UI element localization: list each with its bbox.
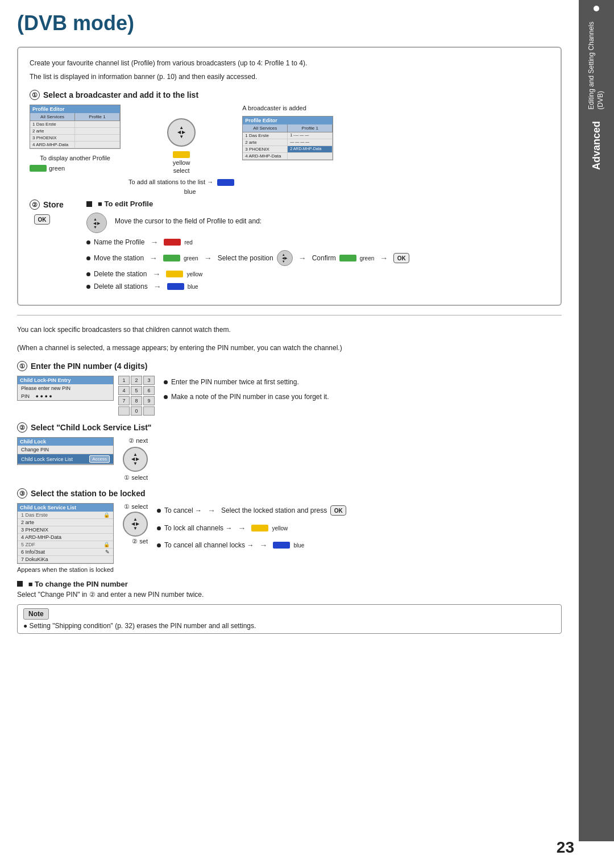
arrow-2: → xyxy=(150,254,157,263)
num-0[interactable]: 0 xyxy=(131,406,142,416)
num-3[interactable]: 3 xyxy=(143,376,155,385)
blue-button-delete-all xyxy=(167,283,184,290)
lock-step2-label: Select "Child Lock Service List" xyxy=(31,423,151,432)
pe2-row4-profile xyxy=(288,153,333,159)
green-button-display xyxy=(30,165,47,172)
sl-row-2[interactable]: 2 arte xyxy=(18,519,113,526)
pe-row-1: 1 Das Erste xyxy=(30,121,120,128)
nav-circle-step1[interactable]: ▲◀ ▶▼ xyxy=(167,118,196,147)
num-2[interactable]: 2 xyxy=(131,376,142,385)
lock-step2-nav: ② next ▲◀ ▶▼ ① select xyxy=(123,437,148,481)
pe-row4-num: 4 ARD-MHP-Data xyxy=(30,142,75,148)
lock-step1-label: Enter the PIN number (4 digits) xyxy=(31,362,147,371)
ok-button-store[interactable]: OK xyxy=(34,214,75,225)
small-nav-circle[interactable]: ▲◀ ▶▼ xyxy=(86,213,107,233)
num-8[interactable]: 8 xyxy=(131,396,142,405)
arrow-4: → xyxy=(298,254,306,263)
small-nav-2[interactable]: ▲◀▶▼ xyxy=(277,250,293,266)
sl-row-4[interactable]: 4 ARD-MHP-Data xyxy=(18,534,113,541)
green-button-move xyxy=(163,255,180,261)
red-button-name xyxy=(164,239,181,246)
pe-row2-num: 2 arte xyxy=(30,128,75,134)
ok-cancel: OK xyxy=(330,505,346,516)
pe2-row2-profile: — — — — xyxy=(288,139,333,146)
ok-icon: OK xyxy=(34,214,50,225)
access-label: Access xyxy=(89,455,110,463)
sl-row-3[interactable]: 3 PHOENIX xyxy=(18,526,113,534)
pe-row-3: 3 PHOENIX xyxy=(30,135,120,142)
step2-header: ② Store xyxy=(30,200,75,210)
edit-item-name: Name the Profile → red xyxy=(86,238,549,247)
arrow-lock-all: → xyxy=(238,524,246,533)
child-lock-row-1[interactable]: Change PIN xyxy=(18,446,113,454)
sidebar-advanced-text: Advanced xyxy=(591,121,603,170)
sl-row-1[interactable]: 1 Das Erste 🔒 xyxy=(18,512,113,519)
yellow-label-delete: yellow xyxy=(186,271,202,277)
page-wrapper: Editing and Setting Channels(DVB) Advanc… xyxy=(0,0,614,868)
lock-intro-2: (When a channel is selected, a message a… xyxy=(17,343,562,353)
step2-left: ② Store OK xyxy=(30,200,75,225)
pe-row3-num: 3 PHOENIX xyxy=(30,135,75,141)
right-sidebar: Editing and Setting Channels(DVB) Advanc… xyxy=(579,0,614,841)
lock-bullet-2-text: Make a note of the PIN number in case yo… xyxy=(171,393,329,401)
sl-row-5[interactable]: 5 ZDF 🔒 xyxy=(18,541,113,549)
sl-2-name: 2 arte xyxy=(21,520,34,525)
lock3-bullet-3: To cancel all channel locks → → blue xyxy=(157,541,346,550)
pe2-row-4: 4 ARD-MHP-Data xyxy=(243,153,333,160)
lock-step3-header: ③ Select the station to be locked xyxy=(17,488,562,499)
page-title: (DVB mode) xyxy=(17,11,562,35)
lock3-bullet-dot-2 xyxy=(157,526,161,530)
pe-row2-profile xyxy=(75,128,120,134)
num-4[interactable]: 4 xyxy=(118,386,130,395)
num-1[interactable]: 1 xyxy=(118,376,130,385)
pe2-row-1: 1 Das Erste 1 ---- — — xyxy=(243,132,333,139)
sl-row-6[interactable]: 6 Info/3sat ✎ xyxy=(18,549,113,556)
green-button-confirm xyxy=(339,255,356,261)
child-lock-row-2[interactable]: Child Lock Service List Access xyxy=(18,454,113,464)
cancel-desc: Select the locked station and press xyxy=(221,506,327,514)
main-content: (DVB mode) Create your favourite channel… xyxy=(0,0,579,645)
pe2-row3-name: 3 PHOENIX xyxy=(243,146,288,152)
sl-3-name: 3 PHOENIX xyxy=(21,527,48,533)
lock-step1-num: ① xyxy=(17,361,27,371)
step3-set-label: ② set xyxy=(132,538,148,545)
select-position-text: Select the position xyxy=(218,254,273,262)
black-square-icon xyxy=(86,201,92,207)
service-list-title: Child Lock Service List xyxy=(18,504,113,512)
num-5[interactable]: 5 xyxy=(131,386,142,395)
lock-icon-1: 🔒 xyxy=(103,512,110,518)
page-number: 23 xyxy=(557,838,574,857)
col2-header: Profile 1 xyxy=(75,113,120,121)
sl-5-name: 5 ZDF xyxy=(21,542,35,547)
blue-label-cancel-all: blue xyxy=(293,542,304,549)
select-label-1: select xyxy=(173,167,190,174)
nav-circle-step3[interactable]: ▲◀ ▶▼ xyxy=(123,512,148,537)
edit-item-delete: Delete the station → yellow xyxy=(86,269,549,279)
num-6[interactable]: 6 xyxy=(143,386,155,395)
lock-step3-label: Select the station to be locked xyxy=(31,489,146,498)
to-cancel-all-text: To cancel all channel locks → xyxy=(164,541,254,549)
child-lock-box: Child Lock Change PIN Child Lock Service… xyxy=(17,437,114,465)
sl-row-7[interactable]: 7 DokuKiKa xyxy=(18,556,113,563)
cursor-desc: Move the cursor to the field of Profile … xyxy=(115,217,262,225)
num-9[interactable]: 9 xyxy=(143,396,155,405)
lock-step2-row: Child Lock Change PIN Child Lock Service… xyxy=(17,437,562,481)
main-box: Create your favourite channel list (Prof… xyxy=(17,47,562,306)
profile-editor-2: Profile Editor All Services Profile 1 1 … xyxy=(242,116,333,160)
pin-label: PIN ● ● ● ● xyxy=(18,392,113,400)
lock-step1-bullets: Enter the PIN number twice at first sett… xyxy=(164,378,329,404)
profile-editor-title-2: Profile Editor xyxy=(243,117,333,124)
col1-header: All Services xyxy=(30,113,75,121)
blue-button-cancel-all xyxy=(273,542,290,549)
ok-move: OK xyxy=(393,253,409,263)
num-empty1 xyxy=(118,406,130,416)
lock-bullet-1-text: Enter the PIN number twice at first sett… xyxy=(171,378,299,386)
lock3-bullet-dot-1 xyxy=(157,509,161,513)
note-box: Note ● Setting "Shipping condition" (p. … xyxy=(17,604,562,634)
num-7[interactable]: 7 xyxy=(118,396,130,405)
pe2-row-2: 2 arte — — — — xyxy=(243,139,333,146)
nav-circle-step2[interactable]: ▲◀ ▶▼ xyxy=(123,447,148,472)
note-title: Note xyxy=(23,608,49,620)
step1-middle: ▲◀ ▶▼ yellow select To add all stations … xyxy=(128,105,234,195)
black-square-pin xyxy=(17,581,23,587)
